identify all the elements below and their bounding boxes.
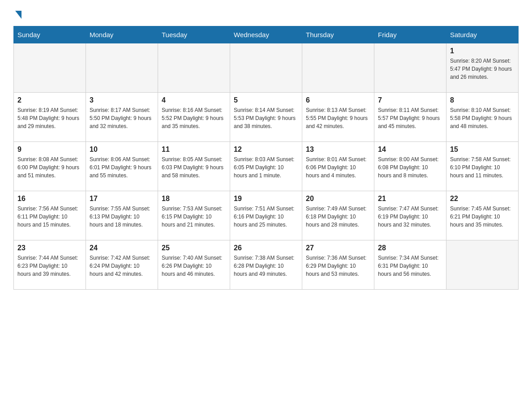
calendar-cell — [14, 43, 86, 93]
calendar-cell: 3Sunrise: 8:17 AM Sunset: 5:50 PM Daylig… — [86, 93, 158, 142]
day-info: Sunrise: 7:38 AM Sunset: 6:28 PM Dayligh… — [234, 254, 298, 278]
calendar-cell: 2Sunrise: 8:19 AM Sunset: 5:48 PM Daylig… — [14, 93, 86, 142]
calendar-cell: 26Sunrise: 7:38 AM Sunset: 6:28 PM Dayli… — [230, 240, 302, 290]
calendar-week-4: 16Sunrise: 7:56 AM Sunset: 6:11 PM Dayli… — [14, 191, 519, 240]
calendar-cell: 10Sunrise: 8:06 AM Sunset: 6:01 PM Dayli… — [86, 142, 158, 191]
day-info: Sunrise: 7:58 AM Sunset: 6:10 PM Dayligh… — [450, 155, 515, 180]
calendar-cell: 23Sunrise: 7:44 AM Sunset: 6:23 PM Dayli… — [14, 240, 86, 290]
calendar-cell: 5Sunrise: 8:14 AM Sunset: 5:53 PM Daylig… — [230, 93, 302, 142]
header-row: SundayMondayTuesdayWednesdayThursdayFrid… — [14, 26, 519, 43]
day-info: Sunrise: 7:44 AM Sunset: 6:23 PM Dayligh… — [17, 254, 82, 278]
day-number: 11 — [162, 146, 226, 154]
day-info: Sunrise: 7:40 AM Sunset: 6:26 PM Dayligh… — [162, 254, 226, 278]
day-number: 7 — [378, 96, 442, 104]
header-cell-saturday: Saturday — [446, 26, 519, 43]
day-number: 4 — [162, 96, 226, 104]
calendar-cell — [230, 43, 302, 93]
calendar-cell: 1Sunrise: 8:20 AM Sunset: 5:47 PM Daylig… — [446, 43, 519, 93]
day-info: Sunrise: 8:08 AM Sunset: 6:00 PM Dayligh… — [17, 155, 82, 180]
calendar-week-5: 23Sunrise: 7:44 AM Sunset: 6:23 PM Dayli… — [14, 240, 519, 290]
calendar-cell: 21Sunrise: 7:47 AM Sunset: 6:19 PM Dayli… — [374, 191, 446, 240]
calendar-cell: 6Sunrise: 8:13 AM Sunset: 5:55 PM Daylig… — [302, 93, 374, 142]
logo — [13, 9, 21, 17]
day-info: Sunrise: 8:11 AM Sunset: 5:57 PM Dayligh… — [378, 106, 442, 130]
calendar-week-2: 2Sunrise: 8:19 AM Sunset: 5:48 PM Daylig… — [14, 93, 519, 142]
calendar-cell: 13Sunrise: 8:01 AM Sunset: 6:06 PM Dayli… — [302, 142, 374, 191]
day-number: 2 — [17, 96, 82, 104]
header-cell-monday: Monday — [86, 26, 158, 43]
day-number: 9 — [17, 146, 82, 154]
calendar-cell: 7Sunrise: 8:11 AM Sunset: 5:57 PM Daylig… — [374, 93, 446, 142]
day-number: 27 — [306, 244, 370, 252]
day-number: 21 — [378, 195, 442, 203]
day-number: 8 — [450, 96, 515, 104]
day-number: 6 — [306, 96, 370, 104]
day-info: Sunrise: 7:53 AM Sunset: 6:15 PM Dayligh… — [162, 205, 226, 229]
calendar-cell: 11Sunrise: 8:05 AM Sunset: 6:03 PM Dayli… — [158, 142, 230, 191]
day-number: 26 — [234, 244, 298, 252]
calendar-body: 1Sunrise: 8:20 AM Sunset: 5:47 PM Daylig… — [14, 43, 519, 290]
day-info: Sunrise: 7:49 AM Sunset: 6:18 PM Dayligh… — [306, 205, 370, 229]
day-number: 23 — [17, 244, 82, 252]
calendar-cell: 20Sunrise: 7:49 AM Sunset: 6:18 PM Dayli… — [302, 191, 374, 240]
calendar-cell: 12Sunrise: 8:03 AM Sunset: 6:05 PM Dayli… — [230, 142, 302, 191]
calendar-cell: 28Sunrise: 7:34 AM Sunset: 6:31 PM Dayli… — [374, 240, 446, 290]
header-cell-friday: Friday — [374, 26, 446, 43]
calendar-header: SundayMondayTuesdayWednesdayThursdayFrid… — [14, 26, 519, 43]
header-cell-tuesday: Tuesday — [158, 26, 230, 43]
day-info: Sunrise: 8:10 AM Sunset: 5:58 PM Dayligh… — [450, 106, 515, 130]
calendar-cell: 19Sunrise: 7:51 AM Sunset: 6:16 PM Dayli… — [230, 191, 302, 240]
day-info: Sunrise: 7:45 AM Sunset: 6:21 PM Dayligh… — [450, 205, 515, 229]
header-cell-thursday: Thursday — [302, 26, 374, 43]
day-info: Sunrise: 7:36 AM Sunset: 6:29 PM Dayligh… — [306, 254, 370, 278]
day-number: 3 — [90, 96, 154, 104]
day-number: 17 — [90, 195, 154, 203]
page-header — [13, 9, 519, 17]
day-info: Sunrise: 8:13 AM Sunset: 5:55 PM Dayligh… — [306, 106, 370, 130]
day-info: Sunrise: 8:05 AM Sunset: 6:03 PM Dayligh… — [162, 155, 226, 180]
day-info: Sunrise: 8:01 AM Sunset: 6:06 PM Dayligh… — [306, 155, 370, 180]
day-info: Sunrise: 8:19 AM Sunset: 5:48 PM Dayligh… — [17, 106, 82, 130]
header-cell-wednesday: Wednesday — [230, 26, 302, 43]
logo-arrow-icon — [15, 11, 21, 19]
calendar-cell — [302, 43, 374, 93]
day-number: 13 — [306, 146, 370, 154]
day-info: Sunrise: 8:00 AM Sunset: 6:08 PM Dayligh… — [378, 155, 442, 180]
day-info: Sunrise: 7:42 AM Sunset: 6:24 PM Dayligh… — [90, 254, 154, 278]
header-cell-sunday: Sunday — [14, 26, 86, 43]
day-info: Sunrise: 8:17 AM Sunset: 5:50 PM Dayligh… — [90, 106, 154, 130]
day-number: 28 — [378, 244, 442, 252]
day-number: 12 — [234, 146, 298, 154]
day-info: Sunrise: 7:55 AM Sunset: 6:13 PM Dayligh… — [90, 205, 154, 229]
calendar-cell: 15Sunrise: 7:58 AM Sunset: 6:10 PM Dayli… — [446, 142, 519, 191]
day-number: 5 — [234, 96, 298, 104]
calendar-cell — [86, 43, 158, 93]
calendar-week-1: 1Sunrise: 8:20 AM Sunset: 5:47 PM Daylig… — [14, 43, 519, 93]
day-number: 19 — [234, 195, 298, 203]
day-info: Sunrise: 8:14 AM Sunset: 5:53 PM Dayligh… — [234, 106, 298, 130]
day-number: 10 — [90, 146, 154, 154]
day-info: Sunrise: 8:16 AM Sunset: 5:52 PM Dayligh… — [162, 106, 226, 130]
day-number: 24 — [90, 244, 154, 252]
day-info: Sunrise: 7:47 AM Sunset: 6:19 PM Dayligh… — [378, 205, 442, 229]
calendar-cell: 8Sunrise: 8:10 AM Sunset: 5:58 PM Daylig… — [446, 93, 519, 142]
day-info: Sunrise: 7:56 AM Sunset: 6:11 PM Dayligh… — [17, 205, 82, 229]
calendar-cell — [446, 240, 519, 290]
calendar-cell: 24Sunrise: 7:42 AM Sunset: 6:24 PM Dayli… — [86, 240, 158, 290]
calendar-cell: 27Sunrise: 7:36 AM Sunset: 6:29 PM Dayli… — [302, 240, 374, 290]
calendar-cell: 18Sunrise: 7:53 AM Sunset: 6:15 PM Dayli… — [158, 191, 230, 240]
calendar-cell: 22Sunrise: 7:45 AM Sunset: 6:21 PM Dayli… — [446, 191, 519, 240]
day-number: 14 — [378, 146, 442, 154]
calendar-cell: 17Sunrise: 7:55 AM Sunset: 6:13 PM Dayli… — [86, 191, 158, 240]
calendar-cell: 16Sunrise: 7:56 AM Sunset: 6:11 PM Dayli… — [14, 191, 86, 240]
day-number: 16 — [17, 195, 82, 203]
day-number: 25 — [162, 244, 226, 252]
calendar-cell — [374, 43, 446, 93]
day-number: 18 — [162, 195, 226, 203]
calendar-cell: 9Sunrise: 8:08 AM Sunset: 6:00 PM Daylig… — [14, 142, 86, 191]
day-info: Sunrise: 8:20 AM Sunset: 5:47 PM Dayligh… — [450, 57, 515, 81]
day-number: 22 — [450, 195, 515, 203]
day-info: Sunrise: 7:34 AM Sunset: 6:31 PM Dayligh… — [378, 254, 442, 278]
calendar-week-3: 9Sunrise: 8:08 AM Sunset: 6:00 PM Daylig… — [14, 142, 519, 191]
day-info: Sunrise: 8:03 AM Sunset: 6:05 PM Dayligh… — [234, 155, 298, 180]
